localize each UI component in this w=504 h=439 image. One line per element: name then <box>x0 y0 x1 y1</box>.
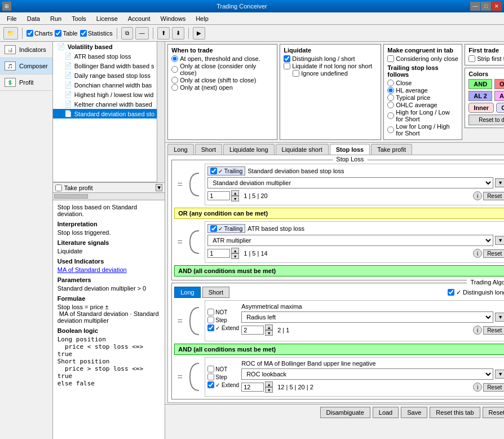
menu-file[interactable]: File <box>2 14 21 23</box>
tab-liquidate-short[interactable]: Liquidate short <box>276 144 329 155</box>
algo-tab-long[interactable]: Long <box>174 287 200 298</box>
sl-block1-up-btn[interactable]: ▲ <box>231 190 239 196</box>
trailing-check-1[interactable]: ✓ Trailing <box>207 166 245 175</box>
checkbox-considering-close-input[interactable] <box>387 55 394 62</box>
tab-long[interactable]: Long <box>167 144 193 155</box>
reset-all-tabs-button[interactable]: Reset all tabs <box>483 407 504 418</box>
tree-item-volatility[interactable]: 📄 Volatility based <box>53 42 157 51</box>
algo-extend-checkbox-1[interactable] <box>207 324 214 331</box>
radio-low-high-input[interactable] <box>387 126 394 133</box>
menu-windows[interactable]: Windows <box>156 14 191 23</box>
radio-open-input[interactable] <box>171 55 178 62</box>
sl-block2-info-btn[interactable]: i <box>473 249 482 258</box>
radio-next-open-input[interactable] <box>171 84 178 91</box>
reset-to-default-button[interactable]: Reset to default <box>468 115 504 125</box>
radio-close-input[interactable] <box>387 80 394 86</box>
sidebar-item-composer[interactable]: 🎵 Composer <box>0 58 52 74</box>
sl-block1-info-btn[interactable]: i <box>473 191 482 200</box>
radio-close-shift-input[interactable] <box>171 77 178 84</box>
algo-block1-reset-btn[interactable]: Reset <box>483 326 504 335</box>
tree-item-donchian[interactable]: 📄 Donchian channel width bas <box>53 80 157 90</box>
radio-close-only-input[interactable] <box>171 66 178 73</box>
checkbox-strip-first-input[interactable] <box>468 55 475 62</box>
sidebar-item-profit[interactable]: 💲 Profit <box>0 74 52 91</box>
color-and-button[interactable]: AND <box>468 79 492 89</box>
reset-tab-button[interactable]: Reset this tab <box>430 407 480 418</box>
checkbox-dist-ls-input[interactable] <box>284 55 290 62</box>
algo-block2-reset-btn[interactable]: Reset <box>483 383 504 392</box>
upload-button[interactable]: ⬆ <box>157 27 170 39</box>
algo-not-checkbox-1[interactable] <box>207 309 214 315</box>
radio-hl-avg-input[interactable] <box>387 87 394 94</box>
algo-block1-info-btn[interactable]: i <box>473 326 482 335</box>
sl-block1-down-btn[interactable]: ▼ <box>231 196 239 201</box>
algo-block1-dropdown[interactable]: Radius left <box>241 311 493 323</box>
copy-button[interactable]: ⧉ <box>121 27 133 39</box>
trailing-checkbox-1[interactable] <box>210 168 217 174</box>
menu-help[interactable]: Help <box>191 14 213 23</box>
color-al3-button[interactable]: AL 3 <box>494 91 504 101</box>
tab-short[interactable]: Short <box>195 144 222 155</box>
tree-scrollbar[interactable] <box>157 42 165 182</box>
checkbox-not-ls-input[interactable] <box>284 63 290 69</box>
statistics-checkbox[interactable] <box>80 30 87 37</box>
radio-high-low-input[interactable] <box>387 112 394 119</box>
or-band[interactable]: OR (any condition can be met) ▼ <box>174 208 504 219</box>
desc-indicator-link[interactable]: MA of Standard deviation <box>58 266 161 273</box>
minus-button[interactable]: — <box>135 27 149 39</box>
algo-block2-info-btn[interactable]: i <box>473 383 482 392</box>
download-button[interactable]: ⬇ <box>172 27 184 39</box>
maximize-button[interactable]: □ <box>481 2 491 11</box>
radio-ohlc-input[interactable] <box>387 102 394 108</box>
open-button[interactable]: 📁 <box>3 27 18 39</box>
tree-item-stddev[interactable]: 📄 Standard deviation based sto <box>53 109 157 118</box>
tree-item-bollinger[interactable]: 📄 Bollinger Band width based s <box>53 61 157 71</box>
sl-block1-dropdown-arrow[interactable]: ▼ <box>495 178 504 187</box>
tab-liquidate-long[interactable]: Liquidate long <box>223 144 275 155</box>
algo-tab-short[interactable]: Short <box>202 287 229 298</box>
algo-distinguish-checkbox[interactable] <box>448 289 454 296</box>
and-band[interactable]: AND (all conditions must be met) ▼ <box>174 265 504 276</box>
sl-block1-spinner[interactable] <box>207 191 230 200</box>
sl-block2-down-btn[interactable]: ▼ <box>231 253 239 259</box>
table-checkbox-label[interactable]: Table <box>55 30 77 37</box>
algo-block2-down-btn[interactable]: ▼ <box>265 387 273 393</box>
and-band-2[interactable]: AND (all conditions must be met) ▼ <box>174 344 504 355</box>
table-checkbox[interactable] <box>55 30 61 37</box>
tree-item-atr[interactable]: 📄 ATR based stop loss <box>53 51 157 61</box>
tree-item-daily[interactable]: 📄 Daily range based stop loss <box>53 71 157 80</box>
menu-account[interactable]: Account <box>123 14 155 23</box>
algo-block2-up-btn[interactable]: ▲ <box>265 381 273 387</box>
statistics-checkbox-label[interactable]: Statistics <box>80 30 113 37</box>
menu-tools[interactable]: Tools <box>67 14 91 23</box>
minimize-button[interactable]: — <box>470 2 480 11</box>
sl-block1-reset-btn[interactable]: Reset <box>483 192 504 200</box>
sl-block1-dropdown[interactable]: Standard deviation multiplier <box>207 177 493 188</box>
sl-block2-up-btn[interactable]: ▲ <box>231 248 239 253</box>
algo-step-checkbox-2[interactable] <box>207 374 214 380</box>
take-profit-checkbox[interactable] <box>55 185 62 191</box>
tab-take-profit[interactable]: Take profit <box>371 144 412 155</box>
algo-block1-dropdown-arrow[interactable]: ▼ <box>495 313 504 322</box>
color-al2-button[interactable]: AL 2 <box>468 91 492 101</box>
tree-item-keltner[interactable]: 📄 Keltner channel width based <box>53 99 157 109</box>
algo-block1-spinner[interactable] <box>241 326 264 335</box>
tree-expand-button[interactable]: ▼ <box>156 184 162 191</box>
sl-block2-reset-btn[interactable]: Reset <box>483 249 504 258</box>
save-button[interactable]: Save <box>401 407 427 418</box>
tree-item-highlow[interactable]: 📄 Highest high / lowest low wid <box>53 90 157 99</box>
color-or-button[interactable]: OR <box>494 79 504 89</box>
menu-license[interactable]: License <box>92 14 122 23</box>
menu-data[interactable]: Data <box>23 14 45 23</box>
load-button[interactable]: Load <box>373 407 399 418</box>
trailing-check-2[interactable]: ✓ Trailing <box>207 224 245 233</box>
tab-stop-loss[interactable]: Stop loss <box>330 144 370 155</box>
sl-block2-spinner[interactable] <box>207 249 230 258</box>
close-button[interactable]: ✕ <box>492 2 502 11</box>
algo-block1-down-btn[interactable]: ▼ <box>265 330 273 336</box>
color-outer-button[interactable]: Outer <box>496 103 504 113</box>
algo-extend-checkbox-2[interactable] <box>207 381 214 388</box>
sl-block2-dropdown-arrow[interactable]: ▼ <box>495 236 504 245</box>
algo-block2-dropdown[interactable]: ROC lookback <box>241 368 493 380</box>
menu-run[interactable]: Run <box>46 14 66 23</box>
